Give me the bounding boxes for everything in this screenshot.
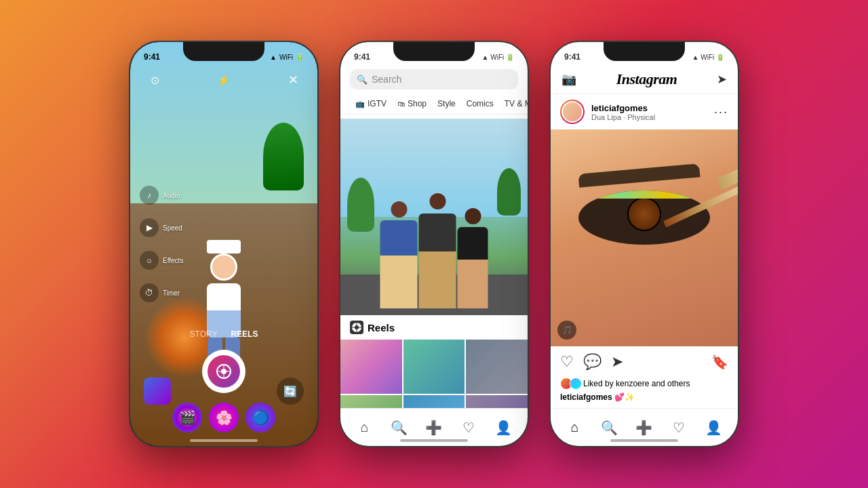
audio-label: Audio [163, 192, 180, 199]
capture-row: 🎬 🌸 🔵 🔄 [144, 350, 304, 432]
caption-username[interactable]: leticiafgomes [560, 392, 612, 402]
close-camera-btn[interactable]: ✕ [282, 69, 304, 91]
phone3-status-icons: ▲ WiFi 🔋 [692, 54, 724, 61]
mode-selector: STORY REELS [144, 329, 304, 339]
bookmark-btn[interactable]: 🔖 [711, 354, 728, 370]
speed-tool[interactable]: ▶ Speed [140, 218, 183, 237]
send-icon[interactable]: ➤ [717, 72, 727, 87]
tvmovie-label: TV & Movie [505, 99, 528, 108]
effect-btns: 🎬 🌸 🔵 [172, 403, 275, 432]
category-tabs: 📺 IGTV 🛍 Shop Style Comics TV & Movie [340, 95, 528, 115]
user-avatar[interactable] [560, 100, 585, 124]
caption-content: 💕✨ [614, 392, 635, 402]
reels-section-label: Reels [340, 315, 528, 340]
effect-btn-1[interactable]: 🎬 [172, 403, 202, 432]
tab-shop[interactable]: 🛍 Shop [392, 95, 432, 114]
more-options-btn[interactable]: ··· [714, 105, 728, 119]
nav-home[interactable]: ⌂ [355, 418, 374, 437]
search-placeholder: Search [372, 74, 401, 85]
tab-style[interactable]: Style [432, 95, 461, 114]
dance-scene [340, 119, 528, 315]
shop-label: Shop [408, 99, 427, 108]
liked-avatar-2 [570, 378, 582, 390]
speed-label: Speed [163, 224, 182, 232]
side-tools: ♪ Audio ▶ Speed ☺ Effects ⏱ Timer [140, 186, 183, 302]
notch-2 [393, 42, 475, 61]
timer-label: Timer [163, 289, 180, 297]
nav-search-3[interactable]: 🔍 [600, 418, 619, 437]
effect-btn-2[interactable]: 🌸 [209, 403, 239, 432]
eye-closeup: 🎵 [551, 129, 738, 346]
audio-icon: ♪ [140, 186, 159, 205]
effect-btn-3[interactable]: 🔵 [245, 403, 275, 432]
music-badge[interactable]: 🎵 [557, 321, 576, 340]
main-video[interactable] [340, 119, 528, 315]
flip-camera-btn[interactable]: 🔄 [277, 378, 304, 405]
camera-bottom: STORY REELS [130, 329, 317, 446]
comics-label: Comics [467, 99, 494, 108]
timer-icon: ⏱ [140, 283, 159, 302]
thumb-3[interactable] [466, 340, 528, 394]
nav-profile[interactable]: 👤 [494, 418, 513, 437]
caption-area: Liked by kenzoere and others leticiafgom… [551, 378, 738, 407]
post-username[interactable]: leticiafgomes [591, 103, 655, 113]
flash-btn[interactable]: ⚡ [213, 69, 235, 91]
dancer-1 [380, 220, 418, 308]
nav-home-3[interactable]: ⌂ [566, 418, 585, 437]
igtv-icon: 📺 [355, 100, 365, 108]
dancer-2 [419, 214, 456, 308]
effects-icon: ☺ [140, 251, 159, 270]
post-header: leticiafgomes Dua Lipa · Physical ··· [551, 94, 738, 129]
nav-profile-3[interactable]: 👤 [704, 418, 723, 437]
action-bar: ♡ 💬 ➤ 🔖 [551, 346, 738, 378]
notch-3 [604, 42, 685, 61]
liked-avatars [560, 378, 579, 390]
effects-label: Effects [163, 257, 183, 264]
tab-comics[interactable]: Comics [461, 95, 499, 114]
gallery-thumbnail[interactable] [144, 378, 171, 405]
speed-icon: ▶ [140, 218, 159, 237]
tab-tvmovie[interactable]: TV & Movie [499, 95, 528, 114]
reels-mode[interactable]: REELS [231, 329, 258, 339]
nav-search[interactable]: 🔍 [390, 418, 409, 437]
caption-text: leticiafgomes 💕✨ [560, 392, 728, 402]
camera-settings-btn[interactable]: ⊙ [144, 69, 165, 91]
audio-tool[interactable]: ♪ Audio [140, 186, 183, 205]
app-logo: Instagram [616, 70, 677, 88]
phone1-status-icons: ▲ WiFi 🔋 [270, 54, 304, 61]
liked-by: Liked by kenzoere and others [560, 378, 728, 390]
eye-shape [578, 190, 709, 245]
search-bar[interactable]: 🔍 Search [350, 69, 518, 89]
nav-heart[interactable]: ♡ [459, 418, 478, 437]
like-btn[interactable]: ♡ [560, 353, 574, 371]
iris [627, 197, 661, 231]
capture-button[interactable] [202, 350, 245, 393]
dancer-3 [458, 227, 488, 308]
reels-capture-icon [208, 355, 240, 388]
avatar-image [561, 101, 583, 123]
comment-btn[interactable]: 💬 [583, 353, 601, 371]
search-icon: 🔍 [357, 75, 368, 85]
person-head [210, 253, 237, 281]
phone-3: 9:41 ▲ WiFi 🔋 📷 Instagram ➤ leticiafgome… [549, 41, 739, 447]
effects-tool[interactable]: ☺ Effects [140, 251, 183, 270]
tab-igtv[interactable]: 📺 IGTV [350, 95, 392, 114]
thumb-2[interactable] [403, 340, 465, 394]
camera-icon[interactable]: 📷 [561, 72, 576, 87]
nav-heart-3[interactable]: ♡ [669, 418, 688, 437]
phone-1: 9:41 ▲ WiFi 🔋 ⊙ ⚡ ✕ ♪ Audio ▶ Speed [129, 41, 319, 447]
thumb-1[interactable] [340, 340, 402, 394]
story-mode[interactable]: STORY [190, 329, 218, 339]
post-image: 🎵 [551, 129, 738, 346]
home-indicator [190, 439, 258, 442]
share-btn[interactable]: ➤ [611, 353, 623, 371]
nav-add-3[interactable]: ➕ [635, 418, 654, 437]
app-header: 📷 Instagram ➤ [551, 66, 738, 94]
timer-tool[interactable]: ⏱ Timer [140, 283, 183, 302]
action-left-buttons: ♡ 💬 ➤ [560, 353, 623, 371]
tree [263, 123, 304, 190]
glitter-liner [578, 190, 709, 199]
nav-add[interactable]: ➕ [425, 418, 443, 437]
phone-2: 9:41 ▲ WiFi 🔋 🔍 Search 📺 IGTV 🛍 Shop Sty… [339, 41, 529, 447]
liked-by-text: Liked by kenzoere and others [583, 379, 690, 388]
